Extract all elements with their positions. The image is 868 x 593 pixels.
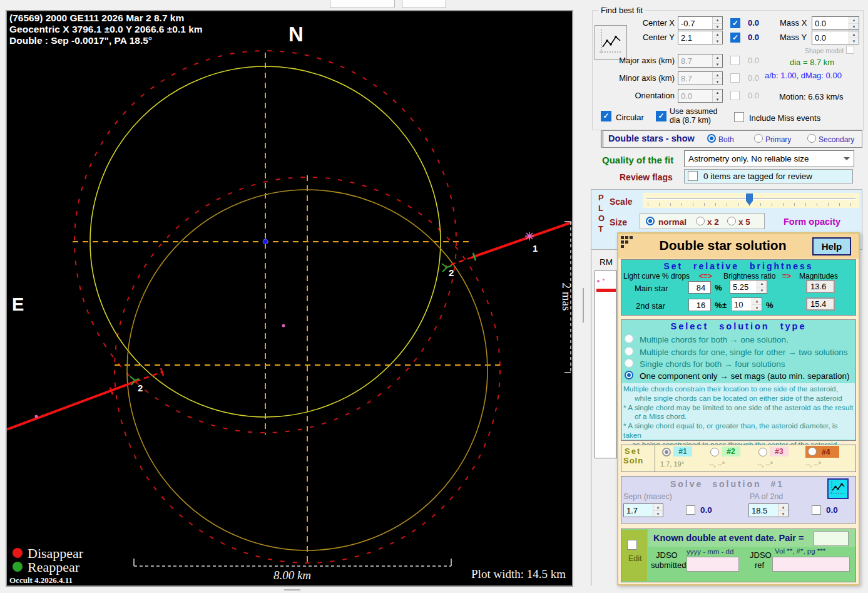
size-x5-radio[interactable] [727,217,736,225]
minor-axis-fix-checkbox[interactable] [730,73,740,83]
pa-input[interactable]: 18.5▲▼ [748,503,789,517]
solution-type-radio-2[interactable] [625,347,633,356]
sepn-zero: 0.0 [700,505,712,515]
shape-model-checkbox[interactable] [846,46,854,54]
sepn-input[interactable]: 1.7▲▼ [623,503,663,517]
top-partial-button-1[interactable] [330,0,395,8]
orientation-fix-checkbox[interactable] [730,91,740,100]
center-y-input[interactable]: 2.1▲▼ [678,31,723,44]
mass-y-value: 0.0 [815,33,826,43]
brightness-ratio-spinner[interactable]: ▲▼ [757,281,767,293]
mass-x-spinner[interactable]: ▲▼ [849,17,859,29]
jdso-submitted-input[interactable] [687,557,739,572]
top-partial-button-2[interactable] [402,0,446,8]
solution-type-title: Select solution type [621,321,856,331]
size-x5-label: x 5 [738,217,750,227]
brightness-title: Set relative brightness [621,261,856,271]
drag-grip-icon[interactable] [621,236,633,249]
sepn-spinner[interactable]: ▲▼ [653,504,663,517]
center-y-zero: 0.0 [748,33,759,42]
solution-type-radio-3[interactable] [625,359,633,368]
mass-y-spinner[interactable]: ▲▼ [849,31,859,44]
jdso-ref-label-2: ref [755,560,764,570]
right-scale-label: 2 mas [560,283,572,311]
minor-axis-zero: 0.0 [748,73,759,83]
show-primary-radio[interactable] [754,134,763,143]
rms-plot-fragment [595,271,617,458]
soln-3-radio[interactable] [758,448,767,456]
center-y-fix-checkbox[interactable] [730,33,740,43]
north-label: N [288,23,304,46]
size-x2-label: x 2 [707,217,719,227]
center-y-spinner[interactable]: ▲▼ [712,31,722,44]
review-flags-checkbox[interactable] [688,171,698,181]
major-axis-label: Major axis (km) [612,56,675,65]
orientation-zero: 0.0 [748,91,759,100]
major-axis-spinner[interactable]: ▲▼ [712,54,722,67]
soln-1-radio[interactable] [662,448,671,456]
bottom-scale-label: 8.00 km [273,569,311,582]
tolerance-input[interactable]: 10▲▼ [731,297,762,311]
brightness-ratio-input[interactable]: 5.25▲▼ [730,280,767,294]
chord-2-label: 2 [138,383,143,393]
help-button[interactable]: Help [812,237,851,255]
show-secondary-radio[interactable] [807,134,816,143]
jdso-ref-input[interactable] [772,557,850,572]
vertical-splitter-handle[interactable] [583,288,584,322]
second-star-pct-input[interactable]: 16 [688,299,711,311]
minor-axis-input[interactable]: 8.7▲▼ [678,71,723,85]
center-x-input[interactable]: -0.7▲▼ [678,16,723,30]
soln-2-value: --, --° [709,460,725,468]
orientation-spinner[interactable]: ▲▼ [712,90,722,102]
pa-value: 18.5 [752,506,767,515]
scale-slider[interactable] [643,193,859,208]
major-axis-value: 8.7 [681,56,692,66]
show-both-radio[interactable] [707,134,716,143]
size-x2-radio[interactable] [696,217,705,225]
plot-width-label: Plot width: 14.5 km [471,567,566,580]
center-x-spinner[interactable]: ▲▼ [712,17,722,29]
review-flags-label: Review flags [620,172,673,182]
reappear-legend-label: Reappear [28,559,80,575]
quality-select[interactable]: Astrometry only. No reliable size [684,150,854,167]
solution-type-radio-1[interactable] [625,334,633,343]
pa-fix-checkbox[interactable] [812,505,821,515]
set-soln-label-2: Soln [623,456,643,465]
circular-checkbox[interactable] [601,111,611,121]
horizontal-splitter-handle[interactable] [284,589,300,590]
size-normal-radio[interactable] [646,217,655,225]
solution-type-radio-4[interactable] [625,371,633,379]
soln-2-radio[interactable] [710,448,719,456]
minor-axis-spinner[interactable]: ▲▼ [712,72,722,85]
main-star-pct-input[interactable]: 84 [688,281,711,294]
center-x-label: Center X [631,18,675,28]
orientation-value: 0.0 [681,91,692,101]
orientation-input[interactable]: 0.0▲▼ [678,89,723,103]
mass-y-input[interactable]: 0.0▲▼ [812,31,859,44]
solve-chart-button[interactable] [827,478,849,499]
solution-type-option-3: Single chords for both → four solutions [640,359,785,369]
review-flags-text: 0 items are tagged for review [703,172,812,181]
chord-2-solid [7,381,136,430]
sepn-fix-checkbox[interactable] [686,505,695,515]
major-axis-fix-checkbox[interactable] [730,56,740,65]
soln-4-radio[interactable] [808,447,817,456]
pair-input[interactable] [814,531,849,546]
include-miss-checkbox[interactable] [734,112,744,122]
edit-checkbox[interactable] [627,540,637,550]
center-y-value: 2.1 [681,33,692,43]
form-opacity-label: Form opacity [784,217,840,227]
double-stars-show-title: Double stars - show [608,133,695,143]
use-assumed-dia-checkbox[interactable] [656,111,666,121]
motion-text: Motion: 6.63 km/s [779,92,844,101]
soln-1-value: 1.7, 19° [660,460,684,468]
brightness-arrow-right: => [782,272,791,281]
major-axis-input[interactable]: 8.7▲▼ [678,54,723,68]
chord-2-star-dot [35,415,38,418]
pa-spinner[interactable]: ▲▼ [778,504,788,517]
tolerance-value: 10 [734,300,743,309]
tolerance-spinner[interactable]: ▲▼ [752,298,762,311]
center-x-fix-checkbox[interactable] [730,18,740,28]
mass-x-input[interactable]: 0.0▲▼ [812,16,859,30]
fit-chart-button[interactable] [595,25,627,60]
